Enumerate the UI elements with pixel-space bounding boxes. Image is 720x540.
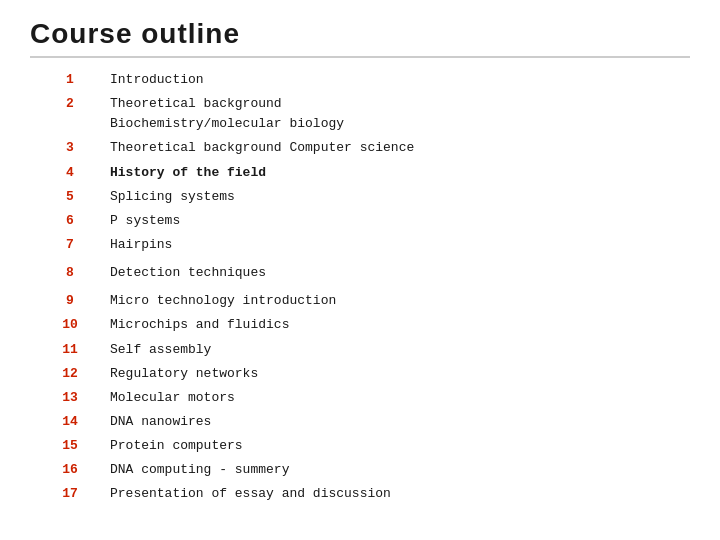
row-number: 4 [30, 161, 110, 185]
row-number: 12 [30, 362, 110, 386]
row-description: Theoretical backgroundBiochemistry/molec… [110, 92, 690, 136]
table-row: 15Protein computers [30, 434, 690, 458]
row-description: Molecular motors [110, 386, 690, 410]
row-description: Splicing systems [110, 185, 690, 209]
title-section: Course outline [30, 18, 690, 58]
row-number: 6 [30, 209, 110, 233]
row-number: 10 [30, 313, 110, 337]
table-row: 8Detection techniques [30, 257, 690, 285]
row-description: DNA computing - summery [110, 458, 690, 482]
row-description: Detection techniques [110, 257, 690, 285]
row-number: 15 [30, 434, 110, 458]
row-description: DNA nanowires [110, 410, 690, 434]
row-description: Protein computers [110, 434, 690, 458]
table-row: 1Introduction [30, 68, 690, 92]
row-number: 2 [30, 92, 110, 136]
table-row: 13Molecular motors [30, 386, 690, 410]
table-row: 9Micro technology introduction [30, 285, 690, 313]
row-number: 9 [30, 285, 110, 313]
row-description: Introduction [110, 68, 690, 92]
row-description: Presentation of essay and discussion [110, 482, 690, 506]
row-description: Micro technology introduction [110, 285, 690, 313]
table-row: 10Microchips and fluidics [30, 313, 690, 337]
table-row: 12Regulatory networks [30, 362, 690, 386]
table-row: 14DNA nanowires [30, 410, 690, 434]
row-description: History of the field [110, 161, 690, 185]
table-row: 7Hairpins [30, 233, 690, 257]
row-number: 5 [30, 185, 110, 209]
row-number: 17 [30, 482, 110, 506]
table-row: 11Self assembly [30, 338, 690, 362]
row-number: 8 [30, 257, 110, 285]
row-description: Microchips and fluidics [110, 313, 690, 337]
row-number: 7 [30, 233, 110, 257]
outline-table: 1Introduction2Theoretical backgroundBioc… [30, 68, 690, 507]
table-row: 4History of the field [30, 161, 690, 185]
row-description: Hairpins [110, 233, 690, 257]
row-number: 14 [30, 410, 110, 434]
row-number: 13 [30, 386, 110, 410]
row-description: Regulatory networks [110, 362, 690, 386]
row-number: 11 [30, 338, 110, 362]
page: Course outline 1Introduction2Theoretical… [0, 0, 720, 540]
table-row: 17Presentation of essay and discussion [30, 482, 690, 506]
row-number: 16 [30, 458, 110, 482]
row-description: Self assembly [110, 338, 690, 362]
table-row: 3Theoretical background Computer science [30, 136, 690, 160]
row-number: 1 [30, 68, 110, 92]
row-description: Theoretical background Computer science [110, 136, 690, 160]
page-title: Course outline [30, 18, 240, 49]
row-number: 3 [30, 136, 110, 160]
table-row: 5Splicing systems [30, 185, 690, 209]
row-description: P systems [110, 209, 690, 233]
table-row: 16DNA computing - summery [30, 458, 690, 482]
table-row: 6P systems [30, 209, 690, 233]
table-row: 2Theoretical backgroundBiochemistry/mole… [30, 92, 690, 136]
